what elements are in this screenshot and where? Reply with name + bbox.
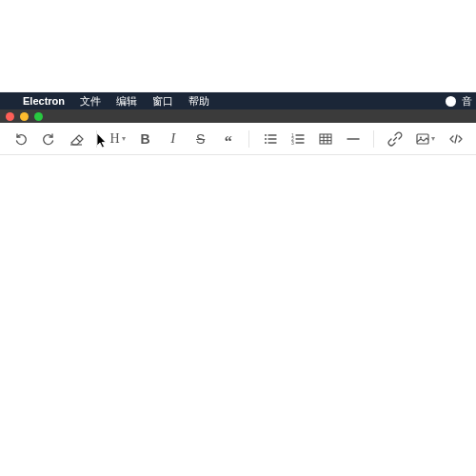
table-button[interactable] xyxy=(314,128,336,150)
menubar-app-name[interactable]: Electron xyxy=(15,92,72,109)
chevron-down-icon: ▾ xyxy=(431,134,435,143)
svg-line-21 xyxy=(455,135,457,143)
menubar-edit[interactable]: 编辑 xyxy=(109,92,145,109)
clear-format-button[interactable] xyxy=(65,128,87,150)
editor-canvas[interactable] xyxy=(0,155,476,341)
window-zoom-button[interactable] xyxy=(34,112,43,121)
image-icon xyxy=(415,131,430,147)
menubar-status-area: 音 xyxy=(446,92,472,109)
ordered-list-icon: 123 xyxy=(290,131,306,147)
svg-text:3: 3 xyxy=(291,139,294,145)
undo-button[interactable] xyxy=(10,128,31,150)
italic-icon: I xyxy=(170,130,175,147)
chevron-down-icon: ▾ xyxy=(122,134,126,143)
code-icon xyxy=(448,131,464,147)
code-button[interactable] xyxy=(445,128,466,150)
svg-rect-13 xyxy=(320,134,331,144)
window-close-button[interactable] xyxy=(6,112,14,121)
svg-point-3 xyxy=(265,142,267,144)
redo-icon xyxy=(41,131,56,147)
link-button[interactable] xyxy=(384,128,406,150)
svg-point-20 xyxy=(420,136,422,138)
horizontal-rule-icon xyxy=(346,131,361,147)
status-right-text: 音 xyxy=(462,94,472,109)
svg-point-2 xyxy=(265,138,267,140)
bold-icon: B xyxy=(141,131,150,147)
bold-button[interactable]: B xyxy=(134,128,156,150)
redo-button[interactable] xyxy=(37,128,59,150)
window-minimize-button[interactable] xyxy=(20,112,29,121)
strikethrough-button[interactable]: S xyxy=(189,128,211,150)
table-icon xyxy=(318,131,333,147)
toolbar-separator xyxy=(373,130,374,148)
menubar-window[interactable]: 窗口 xyxy=(145,92,181,109)
svg-point-1 xyxy=(265,134,267,136)
image-button[interactable]: ▾ xyxy=(411,128,439,150)
heading-icon: H xyxy=(110,131,120,147)
toolbar-separator xyxy=(96,130,97,148)
link-icon xyxy=(387,131,403,147)
strikethrough-icon: S xyxy=(196,131,205,147)
menubar-help[interactable]: 帮助 xyxy=(181,92,217,109)
blockquote-button[interactable]: “ xyxy=(217,128,239,150)
eraser-icon xyxy=(69,131,84,147)
heading-dropdown[interactable]: H ▾ xyxy=(107,128,129,150)
editor-toolbar: H ▾ B I S “ 123 ▾ xyxy=(0,123,476,155)
macos-menubar: Electron 文件 编辑 窗口 帮助 音 xyxy=(0,92,476,109)
status-record-icon[interactable] xyxy=(446,96,456,107)
horizontal-rule-button[interactable] xyxy=(342,128,364,150)
italic-button[interactable]: I xyxy=(162,128,184,150)
window-titlebar xyxy=(0,109,476,123)
unordered-list-button[interactable] xyxy=(259,128,281,150)
toolbar-separator xyxy=(248,130,249,148)
bullet-list-icon xyxy=(263,131,278,147)
undo-icon xyxy=(13,131,29,147)
menubar-file[interactable]: 文件 xyxy=(72,92,109,109)
ordered-list-button[interactable]: 123 xyxy=(287,128,308,150)
